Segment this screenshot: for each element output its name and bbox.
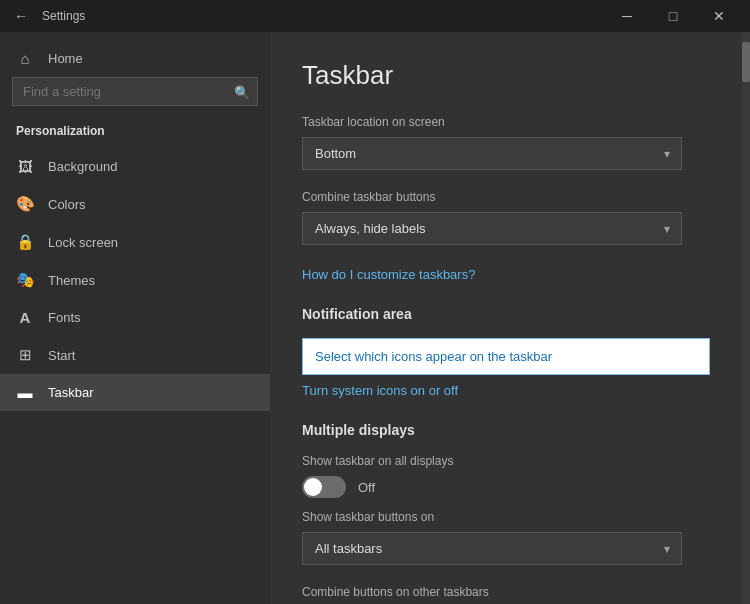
- sidebar-item-themes-label: Themes: [48, 273, 95, 288]
- background-icon: 🖼: [16, 158, 34, 175]
- taskbar-buttons-dropdown[interactable]: All taskbars Main taskbar only Taskbar w…: [302, 532, 682, 565]
- taskbar-location-label: Taskbar location on screen: [302, 115, 710, 129]
- close-button[interactable]: ✕: [696, 0, 742, 32]
- sidebar-item-colors-label: Colors: [48, 197, 86, 212]
- sidebar-item-home[interactable]: ⌂ Home: [0, 40, 270, 77]
- show-taskbar-toggle[interactable]: [302, 476, 346, 498]
- combine-buttons-label: Combine taskbar buttons: [302, 190, 710, 204]
- titlebar-left: ← Settings: [8, 8, 85, 24]
- content-area: Taskbar Taskbar location on screen Botto…: [270, 32, 742, 604]
- scrollbar-track[interactable]: [742, 32, 750, 604]
- colors-icon: 🎨: [16, 195, 34, 213]
- content-wrapper: Taskbar Taskbar location on screen Botto…: [270, 32, 750, 604]
- titlebar-controls: ─ □ ✕: [604, 0, 742, 32]
- taskbar-buttons-container: All taskbars Main taskbar only Taskbar w…: [302, 532, 682, 565]
- sidebar-item-taskbar[interactable]: ▬ Taskbar: [0, 374, 270, 411]
- sidebar-item-themes[interactable]: 🎭 Themes: [0, 261, 270, 299]
- titlebar-title: Settings: [42, 9, 85, 23]
- start-icon: ⊞: [16, 346, 34, 364]
- notification-area-title: Notification area: [302, 306, 710, 322]
- combine-buttons-dropdown-wrapper: Always, hide labels When taskbar is full…: [302, 212, 710, 245]
- back-button[interactable]: ←: [8, 8, 34, 24]
- taskbar-location-dropdown[interactable]: Bottom Top Left Right: [302, 137, 682, 170]
- scrollbar-thumb[interactable]: [742, 42, 750, 82]
- sidebar-item-lock-label: Lock screen: [48, 235, 118, 250]
- page-title: Taskbar: [302, 60, 710, 91]
- sidebar-item-colors[interactable]: 🎨 Colors: [0, 185, 270, 223]
- sidebar-item-fonts-label: Fonts: [48, 310, 81, 325]
- search-box-wrapper: 🔍: [12, 77, 258, 106]
- sidebar-item-taskbar-label: Taskbar: [48, 385, 94, 400]
- search-icon: 🔍: [234, 84, 250, 99]
- select-icons-link[interactable]: Select which icons appear on the taskbar: [302, 338, 710, 375]
- turn-off-icons-link[interactable]: Turn system icons on or off: [302, 375, 710, 406]
- themes-icon: 🎭: [16, 271, 34, 289]
- show-taskbar-all-label: Show taskbar on all displays: [302, 454, 710, 468]
- sidebar: ⌂ Home 🔍 Personalization 🖼 Background 🎨 …: [0, 32, 270, 604]
- sidebar-item-home-label: Home: [48, 51, 83, 66]
- multiple-displays-title: Multiple displays: [302, 422, 710, 438]
- combine-buttons-dropdown[interactable]: Always, hide labels When taskbar is full…: [302, 212, 682, 245]
- taskbar-icon: ▬: [16, 384, 34, 401]
- taskbar-buttons-dropdown-wrapper: All taskbars Main taskbar only Taskbar w…: [302, 532, 710, 565]
- toggle-label: Off: [358, 480, 375, 495]
- taskbar-location-dropdown-wrapper: Bottom Top Left Right ▾: [302, 137, 710, 170]
- titlebar: ← Settings ─ □ ✕: [0, 0, 750, 32]
- minimize-button[interactable]: ─: [604, 0, 650, 32]
- sidebar-item-background[interactable]: 🖼 Background: [0, 148, 270, 185]
- search-input[interactable]: [12, 77, 258, 106]
- combine-other-label: Combine buttons on other taskbars: [302, 585, 710, 599]
- show-taskbar-buttons-label: Show taskbar buttons on: [302, 510, 710, 524]
- show-taskbar-toggle-row: Off: [302, 476, 710, 498]
- maximize-button[interactable]: □: [650, 0, 696, 32]
- sidebar-item-start-label: Start: [48, 348, 75, 363]
- main-layout: ⌂ Home 🔍 Personalization 🖼 Background 🎨 …: [0, 32, 750, 604]
- sidebar-item-start[interactable]: ⊞ Start: [0, 336, 270, 374]
- taskbar-location-container: Bottom Top Left Right ▾: [302, 137, 682, 170]
- toggle-knob: [304, 478, 322, 496]
- customize-taskbars-link[interactable]: How do I customize taskbars?: [302, 267, 475, 282]
- combine-buttons-container: Always, hide labels When taskbar is full…: [302, 212, 682, 245]
- fonts-icon: A: [16, 309, 34, 326]
- home-icon: ⌂: [16, 50, 34, 67]
- sidebar-section-title: Personalization: [0, 118, 270, 148]
- sidebar-item-lock-screen[interactable]: 🔒 Lock screen: [0, 223, 270, 261]
- sidebar-item-background-label: Background: [48, 159, 117, 174]
- lock-screen-icon: 🔒: [16, 233, 34, 251]
- sidebar-item-fonts[interactable]: A Fonts: [0, 299, 270, 336]
